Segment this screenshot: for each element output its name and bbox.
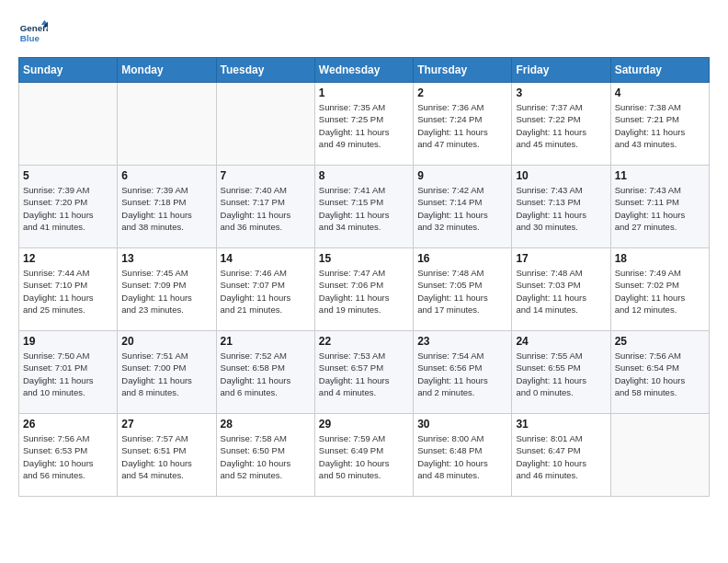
day-number: 3 [516, 86, 606, 99]
day-info: Sunrise: 7:56 AM Sunset: 6:54 PM Dayligh… [615, 350, 705, 398]
calendar-cell: 18Sunrise: 7:49 AM Sunset: 7:02 PM Dayli… [610, 248, 709, 331]
day-info: Sunrise: 7:52 AM Sunset: 6:58 PM Dayligh… [221, 350, 311, 398]
day-header-tuesday: Tuesday [216, 58, 314, 83]
day-number: 2 [417, 86, 507, 99]
day-info: Sunrise: 7:50 AM Sunset: 7:01 PM Dayligh… [23, 350, 113, 398]
calendar-cell: 16Sunrise: 7:48 AM Sunset: 7:05 PM Dayli… [414, 248, 512, 331]
calendar-cell: 20Sunrise: 7:51 AM Sunset: 7:00 PM Dayli… [118, 331, 216, 414]
day-number: 15 [319, 252, 409, 265]
calendar-cell: 13Sunrise: 7:45 AM Sunset: 7:09 PM Dayli… [118, 248, 216, 331]
day-number: 19 [23, 335, 113, 348]
logo-icon: General Blue [18, 18, 48, 48]
day-info: Sunrise: 7:44 AM Sunset: 7:10 PM Dayligh… [23, 267, 113, 316]
day-header-sunday: Sunday [19, 58, 118, 83]
day-info: Sunrise: 7:51 AM Sunset: 7:00 PM Dayligh… [121, 350, 211, 398]
calendar-week-1: 1Sunrise: 7:35 AM Sunset: 7:25 PM Daylig… [19, 83, 710, 166]
calendar-cell [216, 83, 314, 166]
calendar-cell: 15Sunrise: 7:47 AM Sunset: 7:06 PM Dayli… [314, 248, 413, 331]
calendar-cell: 25Sunrise: 7:56 AM Sunset: 6:54 PM Dayli… [610, 331, 709, 414]
day-info: Sunrise: 7:42 AM Sunset: 7:14 PM Dayligh… [417, 184, 507, 233]
calendar: SundayMondayTuesdayWednesdayThursdayFrid… [18, 57, 710, 497]
calendar-cell: 24Sunrise: 7:55 AM Sunset: 6:55 PM Dayli… [512, 331, 610, 414]
calendar-cell: 21Sunrise: 7:52 AM Sunset: 6:58 PM Dayli… [216, 331, 314, 414]
day-info: Sunrise: 7:39 AM Sunset: 7:20 PM Dayligh… [23, 184, 113, 233]
day-info: Sunrise: 7:46 AM Sunset: 7:07 PM Dayligh… [221, 267, 311, 316]
day-number: 13 [121, 252, 211, 265]
day-number: 21 [221, 335, 311, 348]
calendar-cell: 17Sunrise: 7:48 AM Sunset: 7:03 PM Dayli… [512, 248, 610, 331]
calendar-cell: 12Sunrise: 7:44 AM Sunset: 7:10 PM Dayli… [19, 248, 118, 331]
day-info: Sunrise: 7:43 AM Sunset: 7:11 PM Dayligh… [615, 184, 705, 233]
day-info: Sunrise: 7:37 AM Sunset: 7:22 PM Dayligh… [516, 101, 606, 150]
day-info: Sunrise: 8:00 AM Sunset: 6:48 PM Dayligh… [417, 432, 507, 481]
logo: General Blue [18, 18, 51, 48]
day-number: 22 [319, 335, 409, 348]
calendar-cell: 8Sunrise: 7:41 AM Sunset: 7:15 PM Daylig… [314, 166, 413, 248]
day-info: Sunrise: 7:57 AM Sunset: 6:51 PM Dayligh… [121, 432, 211, 481]
day-info: Sunrise: 7:38 AM Sunset: 7:21 PM Dayligh… [615, 101, 705, 150]
day-info: Sunrise: 7:36 AM Sunset: 7:24 PM Dayligh… [417, 101, 507, 150]
calendar-cell: 2Sunrise: 7:36 AM Sunset: 7:24 PM Daylig… [414, 83, 512, 166]
calendar-cell: 19Sunrise: 7:50 AM Sunset: 7:01 PM Dayli… [19, 331, 118, 414]
day-number: 8 [319, 169, 409, 182]
day-number: 20 [121, 335, 211, 348]
day-info: Sunrise: 7:49 AM Sunset: 7:02 PM Dayligh… [615, 267, 705, 316]
day-number: 26 [23, 418, 113, 431]
day-number: 7 [221, 169, 311, 182]
day-number: 10 [516, 169, 606, 182]
day-number: 4 [615, 86, 705, 99]
day-header-monday: Monday [118, 58, 216, 83]
day-number: 28 [221, 418, 311, 431]
day-number: 29 [319, 418, 409, 431]
calendar-cell: 9Sunrise: 7:42 AM Sunset: 7:14 PM Daylig… [414, 166, 512, 248]
day-number: 18 [615, 252, 705, 265]
day-number: 9 [417, 169, 507, 182]
calendar-cell: 4Sunrise: 7:38 AM Sunset: 7:21 PM Daylig… [610, 83, 709, 166]
day-number: 30 [417, 418, 507, 431]
calendar-cell: 28Sunrise: 7:58 AM Sunset: 6:50 PM Dayli… [216, 414, 314, 497]
calendar-week-2: 5Sunrise: 7:39 AM Sunset: 7:20 PM Daylig… [19, 166, 710, 248]
day-number: 5 [23, 169, 113, 182]
calendar-cell [19, 83, 118, 166]
calendar-cell: 30Sunrise: 8:00 AM Sunset: 6:48 PM Dayli… [414, 414, 512, 497]
calendar-cell: 26Sunrise: 7:56 AM Sunset: 6:53 PM Dayli… [19, 414, 118, 497]
calendar-cell: 6Sunrise: 7:39 AM Sunset: 7:18 PM Daylig… [118, 166, 216, 248]
day-info: Sunrise: 7:54 AM Sunset: 6:56 PM Dayligh… [417, 350, 507, 398]
svg-text:Blue: Blue [20, 33, 40, 43]
day-number: 25 [615, 335, 705, 348]
day-number: 16 [417, 252, 507, 265]
calendar-week-4: 19Sunrise: 7:50 AM Sunset: 7:01 PM Dayli… [19, 331, 710, 414]
day-header-friday: Friday [512, 58, 610, 83]
day-info: Sunrise: 7:43 AM Sunset: 7:13 PM Dayligh… [516, 184, 606, 233]
calendar-cell: 10Sunrise: 7:43 AM Sunset: 7:13 PM Dayli… [512, 166, 610, 248]
page-header: General Blue [18, 18, 710, 48]
day-info: Sunrise: 8:01 AM Sunset: 6:47 PM Dayligh… [516, 432, 606, 481]
day-header-wednesday: Wednesday [314, 58, 413, 83]
calendar-cell: 7Sunrise: 7:40 AM Sunset: 7:17 PM Daylig… [216, 166, 314, 248]
day-number: 31 [516, 418, 606, 431]
day-info: Sunrise: 7:58 AM Sunset: 6:50 PM Dayligh… [221, 432, 311, 481]
day-info: Sunrise: 7:45 AM Sunset: 7:09 PM Dayligh… [121, 267, 211, 316]
calendar-cell: 5Sunrise: 7:39 AM Sunset: 7:20 PM Daylig… [19, 166, 118, 248]
day-info: Sunrise: 7:47 AM Sunset: 7:06 PM Dayligh… [319, 267, 409, 316]
day-info: Sunrise: 7:55 AM Sunset: 6:55 PM Dayligh… [516, 350, 606, 398]
calendar-week-5: 26Sunrise: 7:56 AM Sunset: 6:53 PM Dayli… [19, 414, 710, 497]
calendar-cell: 11Sunrise: 7:43 AM Sunset: 7:11 PM Dayli… [610, 166, 709, 248]
day-info: Sunrise: 7:48 AM Sunset: 7:03 PM Dayligh… [516, 267, 606, 316]
day-info: Sunrise: 7:35 AM Sunset: 7:25 PM Dayligh… [319, 101, 409, 150]
day-number: 24 [516, 335, 606, 348]
calendar-cell: 22Sunrise: 7:53 AM Sunset: 6:57 PM Dayli… [314, 331, 413, 414]
day-info: Sunrise: 7:41 AM Sunset: 7:15 PM Dayligh… [319, 184, 409, 233]
calendar-cell: 1Sunrise: 7:35 AM Sunset: 7:25 PM Daylig… [314, 83, 413, 166]
calendar-cell: 23Sunrise: 7:54 AM Sunset: 6:56 PM Dayli… [414, 331, 512, 414]
calendar-cell: 14Sunrise: 7:46 AM Sunset: 7:07 PM Dayli… [216, 248, 314, 331]
calendar-cell [610, 414, 709, 497]
calendar-cell: 3Sunrise: 7:37 AM Sunset: 7:22 PM Daylig… [512, 83, 610, 166]
calendar-cell: 27Sunrise: 7:57 AM Sunset: 6:51 PM Dayli… [118, 414, 216, 497]
day-info: Sunrise: 7:56 AM Sunset: 6:53 PM Dayligh… [23, 432, 113, 481]
day-number: 23 [417, 335, 507, 348]
day-info: Sunrise: 7:48 AM Sunset: 7:05 PM Dayligh… [417, 267, 507, 316]
day-info: Sunrise: 7:39 AM Sunset: 7:18 PM Dayligh… [121, 184, 211, 233]
day-header-saturday: Saturday [610, 58, 709, 83]
day-number: 6 [121, 169, 211, 182]
